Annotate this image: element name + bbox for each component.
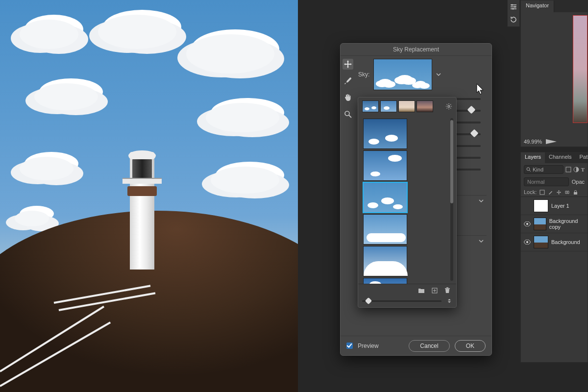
svg-point-7 xyxy=(527,168,530,171)
blend-mode-dropdown[interactable]: Normal xyxy=(524,177,569,186)
search-icon xyxy=(526,167,531,172)
layers-panel: Layers Channels Paths Kind T Normal Opac… xyxy=(520,152,588,363)
layer-filter-kind[interactable]: Kind xyxy=(524,165,564,174)
preview-label: Preview xyxy=(358,343,379,349)
gear-icon[interactable] xyxy=(445,103,452,110)
hand-icon xyxy=(344,94,352,101)
filter-adjust-icon[interactable] xyxy=(573,167,579,172)
sky-dropdown[interactable] xyxy=(373,59,432,90)
layer-name: Background xyxy=(551,239,580,245)
cloud xyxy=(20,20,78,49)
svg-line-1 xyxy=(349,115,351,118)
dialog-tools xyxy=(341,56,355,338)
layer-name: Layer 1 xyxy=(551,203,569,209)
layer-name: Background copy xyxy=(549,218,585,230)
layer-row[interactable]: Layer 1 xyxy=(521,197,588,215)
filter-type-icon[interactable]: T xyxy=(581,167,585,172)
cloud xyxy=(98,15,176,49)
tab-paths[interactable]: Paths xyxy=(576,152,588,163)
lock-nested-icon[interactable] xyxy=(564,190,570,195)
zoom-icon xyxy=(344,110,352,118)
cloud xyxy=(206,103,279,132)
history-icon[interactable] xyxy=(510,16,517,24)
svg-point-6 xyxy=(512,8,514,9)
sky-label: Sky: xyxy=(358,71,369,78)
layer-thumbnail xyxy=(534,218,546,230)
move-tool[interactable] xyxy=(343,59,353,70)
cloud xyxy=(34,83,98,110)
sky-preset-flyout xyxy=(358,97,457,308)
sky-preset[interactable] xyxy=(363,150,407,181)
svg-rect-11 xyxy=(540,190,544,195)
lock-move-icon[interactable] xyxy=(556,190,562,195)
hand-tool[interactable] xyxy=(343,92,353,103)
svg-point-14 xyxy=(526,241,528,243)
kind-label: Kind xyxy=(533,167,543,172)
sky-preset[interactable] xyxy=(363,182,407,213)
preset-scrollbar[interactable] xyxy=(450,118,453,281)
preset-list xyxy=(358,115,456,284)
svg-point-0 xyxy=(345,111,349,116)
walkway xyxy=(0,216,157,392)
chevron-down-icon xyxy=(479,239,484,244)
tab-channels[interactable]: Channels xyxy=(545,152,575,163)
expand-icon[interactable] xyxy=(446,298,452,304)
brush-icon xyxy=(344,77,352,85)
chevron-down-icon xyxy=(479,198,484,203)
layer-thumbnail xyxy=(534,199,548,212)
svg-point-5 xyxy=(514,6,515,7)
lock-brush-icon[interactable] xyxy=(548,190,553,195)
filter-pixel-icon[interactable] xyxy=(565,167,571,172)
zoom-slider-icon[interactable] xyxy=(546,139,557,144)
svg-line-8 xyxy=(529,170,531,172)
visibility-toggle[interactable] xyxy=(524,221,531,226)
lock-all-icon[interactable] xyxy=(573,190,578,195)
svg-point-4 xyxy=(511,4,513,5)
thumbnail-size-slider[interactable] xyxy=(362,300,441,302)
layer-thumbnail xyxy=(534,236,548,248)
navigator-thumbnail[interactable] xyxy=(573,15,588,123)
navigator-panel: Navigator 49.99% xyxy=(520,0,588,147)
sky-preset[interactable] xyxy=(363,246,407,276)
cancel-button[interactable]: Cancel xyxy=(409,340,449,352)
collapsed-panel-strip xyxy=(507,0,520,27)
svg-rect-9 xyxy=(566,167,571,172)
preset-mini[interactable] xyxy=(416,100,433,112)
preset-mini[interactable] xyxy=(362,100,379,112)
new-preset-icon[interactable] xyxy=(432,288,438,294)
sky-preset[interactable] xyxy=(363,278,407,284)
layer-row[interactable]: Background xyxy=(521,233,588,251)
preview-checkbox[interactable] xyxy=(346,343,353,349)
preset-mini[interactable] xyxy=(380,100,397,112)
layer-list: Layer 1 Background copy Background xyxy=(521,196,588,251)
layer-row[interactable]: Background copy xyxy=(521,215,588,233)
lock-pixels-icon[interactable] xyxy=(539,190,545,195)
zoom-value: 49.99% xyxy=(524,139,542,145)
brush-tool[interactable] xyxy=(343,75,353,86)
sky-preset[interactable] xyxy=(363,119,407,149)
cloud xyxy=(186,34,274,74)
svg-rect-12 xyxy=(574,192,577,195)
navigator-tab[interactable]: Navigator xyxy=(521,0,554,12)
trash-icon[interactable] xyxy=(444,287,450,294)
cloud xyxy=(211,167,279,194)
move-icon xyxy=(344,60,352,68)
dialog-title: Sky Replacement xyxy=(341,44,491,56)
preset-mini[interactable] xyxy=(398,100,415,112)
ok-button[interactable]: OK xyxy=(455,340,486,352)
document-canvas[interactable] xyxy=(0,0,298,392)
chevron-down-icon xyxy=(436,72,443,77)
zoom-tool[interactable] xyxy=(343,109,353,120)
sky-preset[interactable] xyxy=(363,214,407,245)
svg-point-2 xyxy=(448,105,450,107)
folder-icon[interactable] xyxy=(418,288,425,294)
visibility-toggle[interactable] xyxy=(524,240,531,245)
svg-point-13 xyxy=(526,223,528,225)
sliders-icon[interactable] xyxy=(510,3,517,11)
tab-layers[interactable]: Layers xyxy=(521,152,545,163)
cloud xyxy=(20,157,74,180)
lock-label: Lock: xyxy=(524,189,537,195)
opacity-label: Opac xyxy=(572,179,585,185)
